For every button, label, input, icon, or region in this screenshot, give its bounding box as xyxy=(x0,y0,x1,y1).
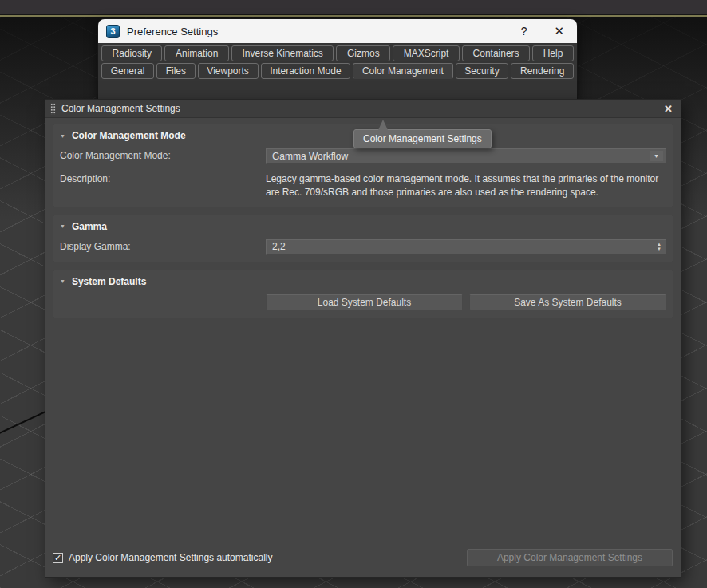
tab-viewports[interactable]: Viewports xyxy=(198,63,259,79)
spinner-down-icon[interactable]: ▼ xyxy=(657,247,662,252)
tab-help[interactable]: Help xyxy=(532,45,574,61)
mode-label: Color Management Mode: xyxy=(60,148,266,161)
preference-tabs: Radiosity Animation Inverse Kinematics G… xyxy=(98,43,577,79)
display-gamma-label: Display Gamma: xyxy=(60,239,266,252)
collapse-arrow-icon[interactable]: ▼ xyxy=(60,133,65,139)
gamma-header[interactable]: ▼ Gamma xyxy=(60,219,666,232)
close-icon[interactable]: ✕ xyxy=(554,24,564,38)
panel-body: ▼ Color Management Mode Color Management… xyxy=(45,118,681,577)
display-gamma-input[interactable]: 2,2 ▲▼ xyxy=(266,239,666,255)
chevron-down-icon[interactable]: ▼ xyxy=(650,151,663,161)
apply-automatically-option[interactable]: ✓ Apply Color Management Settings automa… xyxy=(53,552,272,563)
defaults-buttons-row: Load System Defaults Save As System Defa… xyxy=(60,294,666,310)
spinner-value: 2,2 xyxy=(272,241,286,252)
tab-gizmos[interactable]: Gizmos xyxy=(336,45,390,61)
mode-row: Color Management Mode: Gamma Workflow ▼ xyxy=(60,148,666,164)
help-icon[interactable]: ? xyxy=(521,25,527,37)
color-management-settings-panel: Color Management Settings ✕ ▼ Color Mana… xyxy=(45,100,681,577)
top-app-bar xyxy=(0,0,707,15)
tab-general[interactable]: General xyxy=(101,63,154,79)
collapse-arrow-icon[interactable]: ▼ xyxy=(60,278,65,284)
panel-close-icon[interactable]: ✕ xyxy=(664,103,673,115)
dialog-title: Preference Settings xyxy=(127,26,521,37)
load-system-defaults-button[interactable]: Load System Defaults xyxy=(266,294,463,310)
tooltip: Color Management Settings xyxy=(354,129,492,148)
spinner-arrows[interactable]: ▲▼ xyxy=(657,242,662,253)
panel-footer: ✓ Apply Color Management Settings automa… xyxy=(53,549,673,566)
tab-animation[interactable]: Animation xyxy=(164,45,228,61)
panel-titlebar[interactable]: Color Management Settings ✕ xyxy=(45,100,681,118)
defaults-spacer xyxy=(60,294,266,296)
tab-row-2: General Files Viewports Interaction Mode… xyxy=(101,63,574,79)
tab-interaction-mode[interactable]: Interaction Mode xyxy=(261,63,351,79)
group-title: Color Management Mode xyxy=(72,130,186,141)
tab-radiosity[interactable]: Radiosity xyxy=(101,45,162,61)
drag-grip-icon[interactable] xyxy=(50,103,56,115)
tab-maxscript[interactable]: MAXScript xyxy=(393,45,460,61)
preference-settings-dialog: 3 Preference Settings ? ✕ Radiosity Anim… xyxy=(98,19,577,100)
checkmark-icon: ✓ xyxy=(54,554,61,562)
gamma-group: ▼ Gamma Display Gamma: 2,2 ▲▼ xyxy=(53,215,673,262)
dropdown-value: Gamma Workflow xyxy=(272,151,348,162)
tab-inverse-kinematics[interactable]: Inverse Kinematics xyxy=(231,45,334,61)
tab-rendering[interactable]: Rendering xyxy=(511,63,574,79)
system-defaults-group: ▼ System Defaults Load System Defaults S… xyxy=(53,270,673,318)
display-gamma-row: Display Gamma: 2,2 ▲▼ xyxy=(60,239,666,255)
tab-containers[interactable]: Containers xyxy=(462,45,530,61)
description-label: Description: xyxy=(60,172,266,184)
tab-color-management[interactable]: Color Management xyxy=(353,63,452,79)
dialog-titlebar[interactable]: 3 Preference Settings ? ✕ xyxy=(98,19,577,43)
apply-automatically-checkbox[interactable]: ✓ xyxy=(53,553,63,563)
collapse-arrow-icon[interactable]: ▼ xyxy=(60,223,65,229)
3dsmax-app-icon: 3 xyxy=(106,25,120,38)
description-row: Description: Legacy gamma-based color ma… xyxy=(60,172,666,199)
mode-description-text: Legacy gamma-based color management mode… xyxy=(266,172,666,199)
system-defaults-header[interactable]: ▼ System Defaults xyxy=(60,274,666,287)
tab-row-1: Radiosity Animation Inverse Kinematics G… xyxy=(101,45,574,61)
spinner-up-icon[interactable]: ▲ xyxy=(657,242,662,247)
group-title: System Defaults xyxy=(72,276,146,287)
color-management-mode-dropdown[interactable]: Gamma Workflow ▼ xyxy=(266,148,666,164)
group-title: Gamma xyxy=(72,221,107,232)
apply-automatically-label: Apply Color Management Settings automati… xyxy=(69,552,272,563)
apply-color-management-settings-button[interactable]: Apply Color Management Settings xyxy=(467,549,673,566)
tab-files[interactable]: Files xyxy=(156,63,196,79)
tab-security[interactable]: Security xyxy=(456,63,509,79)
panel-title: Color Management Settings xyxy=(61,103,664,114)
save-as-system-defaults-button[interactable]: Save As System Defaults xyxy=(469,294,666,310)
